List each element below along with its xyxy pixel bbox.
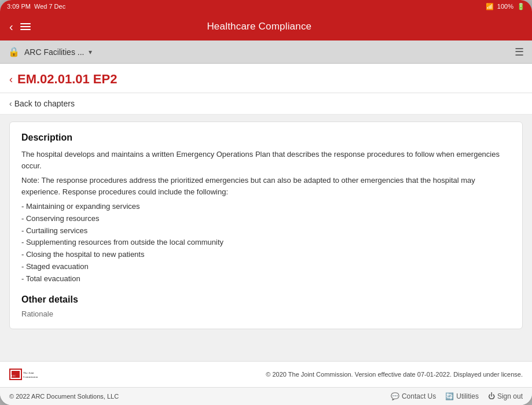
rationale-label: Rationale [21, 310, 511, 318]
time: 3:09 PM [7, 3, 31, 10]
status-right: 📶 100% 🔋 [486, 3, 525, 10]
app-title: Healthcare Compliance [31, 21, 488, 32]
date: Wed 7 Dec [34, 3, 65, 10]
description-paragraph2: Note: The response procedures address th… [21, 175, 511, 197]
contact-us-link[interactable]: 💬 Contact Us [391, 392, 436, 400]
utilities-link[interactable]: 🔄 Utilities [445, 392, 479, 400]
footer-links: 💬 Contact Us 🔄 Utilities ⏻ Sign out [391, 392, 523, 400]
list-item: - Supplementing resources from outside t… [21, 237, 511, 249]
back-chapters-chevron: ‹ [9, 99, 12, 108]
facility-selector[interactable]: 🔒 ARC Facilities ... ▾ [8, 46, 92, 57]
sign-out-label: Sign out [497, 392, 523, 400]
main-content: ‹ EM.02.01.01 EP2 ‹ Back to chapters Des… [0, 64, 532, 387]
sign-out-icon: ⏻ [488, 392, 495, 400]
list-item: - Total evacuation [21, 273, 511, 285]
description-card: Description The hospital develops and ma… [9, 122, 523, 329]
back-chapters-label: Back to chapters [14, 99, 75, 108]
description-list: - Maintaining or expanding services - Co… [21, 201, 511, 285]
facility-dropdown-icon[interactable]: ▾ [89, 48, 92, 56]
header-left: ‹ [9, 21, 31, 32]
logo-emblem: TJC The Joint Commission [9, 366, 38, 382]
facility-bar: 🔒 ARC Facilities ... ▾ ☰ [0, 41, 532, 64]
facility-menu-icon[interactable]: ☰ [515, 46, 524, 58]
svg-text:The Joint: The Joint [23, 371, 34, 374]
header-back-button[interactable]: ‹ [9, 21, 13, 32]
app-footer: © 2022 ARC Document Solutions, LLC 💬 Con… [0, 387, 532, 405]
svg-text:Commission: Commission [23, 375, 38, 378]
list-item: - Closing the hospital to new patients [21, 249, 511, 261]
svg-text:TJC: TJC [11, 374, 16, 377]
list-item: - Conserving resources [21, 213, 511, 225]
status-bar: 3:09 PM Wed 7 Dec 📶 100% 🔋 [0, 0, 532, 13]
list-item: - Staged evacuation [21, 261, 511, 273]
description-paragraph1: The hospital develops and maintains a wr… [21, 149, 511, 171]
contact-icon: 💬 [391, 392, 399, 400]
facility-icon: 🔒 [8, 46, 20, 57]
back-to-chapters-button[interactable]: ‹ Back to chapters [0, 93, 532, 115]
battery-icon: 🔋 [517, 3, 525, 10]
page-header: ‹ EM.02.01.01 EP2 [0, 64, 532, 93]
app-footer-copyright: © 2022 ARC Document Solutions, LLC [9, 393, 119, 400]
joint-commission-logo: TJC The Joint Commission [9, 366, 38, 382]
app-header: ‹ Healthcare Compliance [0, 13, 532, 41]
status-left: 3:09 PM Wed 7 Dec [7, 3, 65, 10]
list-item: - Curtailing services [21, 225, 511, 237]
footer-logo-bar: TJC The Joint Commission © 2020 The Join… [0, 361, 532, 387]
hamburger-menu-button[interactable] [20, 23, 31, 30]
contact-label: Contact Us [402, 392, 436, 400]
wifi-icon: 📶 [486, 3, 494, 10]
page-back-button[interactable]: ‹ [9, 73, 13, 86]
description-title: Description [21, 132, 511, 143]
utilities-label: Utilities [456, 392, 479, 400]
footer-copyright: © 2020 The Joint Commission. Version eff… [266, 371, 523, 378]
list-item: - Maintaining or expanding services [21, 201, 511, 213]
content-area: Description The hospital develops and ma… [0, 115, 532, 361]
facility-name: ARC Facilities ... [24, 47, 84, 57]
sign-out-link[interactable]: ⏻ Sign out [488, 392, 523, 400]
utilities-icon: 🔄 [445, 392, 454, 400]
battery-percent: 100% [497, 3, 513, 10]
page-title: EM.02.01.01 EP2 [17, 72, 117, 87]
other-details-title: Other details [21, 294, 511, 305]
